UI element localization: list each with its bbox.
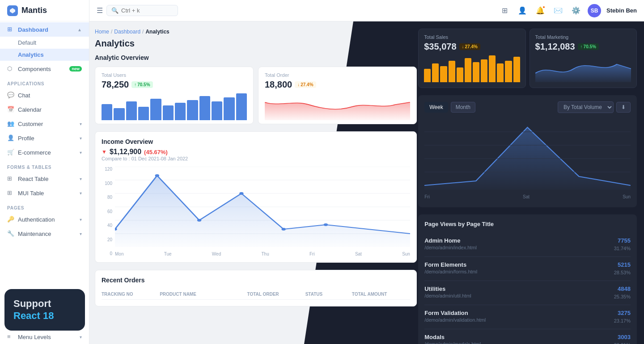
stat-badge-users: ↑ 70.5% — [131, 81, 153, 88]
table-header-row: TRACKING NO PRODUCT NAME TOTAL ORDER STA… — [102, 289, 410, 300]
nav-group-dashboard: ⊞ Dashboard ▲ Default Analytics — [0, 21, 89, 62]
chevron-down-icon: ▾ — [80, 122, 82, 126]
sidebar-item-react-table[interactable]: ⊞ React Table ▾ — [0, 172, 89, 186]
recent-orders-title: Recent Orders — [102, 277, 410, 284]
stat-label-order: Total Order — [265, 72, 410, 78]
sidebar-item-default[interactable]: Default — [0, 37, 89, 49]
sidebar-item-authentication[interactable]: 🔑 Authentication ▾ — [0, 212, 89, 227]
dark-stat-card-sales: Total Sales $35,078 ↓ 27.4% — [418, 29, 525, 88]
sidebar-item-chat[interactable]: 💬 Chat — [0, 88, 89, 102]
volume-controls: By Total Volume ⬇ — [558, 101, 631, 113]
search-icon: 🔍 — [111, 7, 119, 14]
chart-body: MonTueWedThuFriSatSun — [115, 167, 410, 256]
page-view-item-0: Admin Home 7755 /demo/admin/index.html 3… — [424, 233, 631, 257]
dark-x-labels: FriSatSun — [424, 193, 631, 201]
week-button[interactable]: Week — [424, 102, 448, 113]
page-view-item-3: Form Validation 3275 /demo/admin/validat… — [424, 305, 631, 329]
stat-card-total-order: Total Order 18,800 ↓ 27.4% — [258, 67, 417, 124]
support-title-line2: React 18 — [13, 310, 76, 322]
user-switch-icon[interactable]: 👤 — [516, 4, 529, 17]
section-label-applications: Applications — [0, 76, 89, 88]
income-title: Income Overview — [102, 138, 153, 145]
messages-icon[interactable]: ✉️ — [552, 4, 564, 17]
dark-stat-badge-sales: ↓ 27.4% — [459, 43, 480, 50]
chevron-down-icon4: ▾ — [80, 176, 82, 181]
menu-levels-icon: ≡ — [7, 333, 14, 340]
stat-label-users: Total Users — [102, 72, 247, 78]
sidebar-item-maintenance[interactable]: 🔧 Maintenance ▾ — [0, 227, 89, 241]
page-view-item-4: Modals 3003 /demo/admin/modals.html 22.2… — [424, 329, 631, 344]
settings-icon[interactable]: ⚙️ — [570, 4, 582, 17]
line-chart-svg — [115, 167, 410, 247]
breadcrumb-parent[interactable]: Dashboard — [114, 29, 140, 35]
stat-cards-row: Total Users 78,250 ↑ 70.5% — [95, 67, 417, 124]
sidebar-item-menu-levels[interactable]: ≡ Menu Levels ▾ — [0, 330, 89, 344]
sidebar-item-ecommerce[interactable]: 🛒 E-commerce ▾ — [0, 145, 89, 159]
page-view-item-1: Form Elements 5215 /demo/admin/forms.htm… — [424, 257, 631, 281]
svg-point-9 — [197, 219, 201, 222]
dark-stat-card-marketing: Total Marketing $1,12,083 ↑ 70.5% — [530, 29, 637, 88]
x-axis-labels: MonTueWedThuFriSatSun — [115, 250, 410, 258]
search-input[interactable] — [121, 7, 166, 14]
income-section: Income Overview ▼ $1,12,900 (45.67%) Com… — [95, 131, 417, 263]
sidebar-item-dashboard[interactable]: ⊞ Dashboard ▲ — [0, 22, 89, 37]
income-chart: 120 100 80 60 40 20 0 — [102, 167, 410, 256]
page-views-title: Page Views by Page Title — [424, 221, 631, 227]
breadcrumb-current: Analytics — [145, 29, 169, 35]
chat-icon: 💬 — [7, 92, 14, 99]
app-name: Mantis — [21, 6, 47, 15]
dark-stat-badge-marketing: ↑ 70.5% — [578, 43, 599, 50]
download-button[interactable]: ⬇ — [616, 102, 631, 113]
top-nav: ☰ 🔍 ⊞ 👤 🔔 ✉️ ⚙️ SB Stebin Ben — [89, 0, 644, 21]
support-title-line1: Support — [13, 298, 76, 310]
logo-icon — [7, 5, 18, 16]
mini-chart-marketing — [535, 55, 631, 82]
support-popup[interactable]: Support React 18 — [4, 289, 85, 331]
mini-chart-order — [265, 93, 410, 120]
sidebar-logo: Mantis — [0, 0, 89, 21]
sidebar-item-profile[interactable]: 👤 Profile ▾ — [0, 131, 89, 145]
stat-value-users: 78,250 ↑ 70.5% — [102, 80, 247, 90]
chevron-down-icon5: ▾ — [80, 191, 82, 196]
breadcrumb-home[interactable]: Home — [95, 29, 109, 35]
apps-icon[interactable]: ⊞ — [498, 4, 511, 17]
authentication-icon: 🔑 — [7, 216, 14, 223]
sidebar-item-mui-table[interactable]: ⊞ MUI Table ▾ — [0, 186, 89, 200]
menu-toggle-icon[interactable]: ☰ — [97, 6, 103, 15]
right-content: Total Sales $35,078 ↓ 27.4% — [411, 21, 644, 344]
sidebar-item-analytics[interactable]: Analytics — [0, 49, 89, 61]
svg-point-11 — [281, 228, 285, 231]
dark-stat-value-sales: $35,078 ↓ 27.4% — [424, 42, 520, 52]
sidebar-item-components[interactable]: ⬡ Components new — [0, 62, 89, 76]
chevron-down-icon7: ▾ — [80, 231, 82, 236]
components-icon: ⬡ — [7, 65, 14, 72]
volume-select[interactable]: By Total Volume — [558, 101, 614, 113]
content-area: Home / Dashboard / Analytics Analytics A… — [89, 21, 644, 344]
dark-line-chart — [424, 118, 631, 190]
recent-orders-section: Recent Orders TRACKING NO PRODUCT NAME T… — [95, 270, 417, 306]
dark-stat-value-marketing: $1,12,083 ↑ 70.5% — [535, 42, 631, 52]
sidebar-item-customer[interactable]: 👥 Customer ▾ — [0, 117, 89, 131]
page-views-section: Page Views by Page Title Admin Home 7755… — [418, 214, 637, 344]
dark-stat-label-marketing: Total Marketing — [535, 34, 631, 40]
react-table-icon: ⊞ — [7, 175, 14, 182]
section-label-pages: Pages — [0, 200, 89, 212]
stat-value-order: 18,800 ↓ 27.4% — [265, 80, 410, 90]
stat-card-total-users: Total Users 78,250 ↑ 70.5% — [95, 67, 254, 124]
mui-table-icon: ⊞ — [7, 189, 14, 197]
dark-stat-cards: Total Sales $35,078 ↓ 27.4% — [418, 29, 637, 88]
breadcrumb: Home / Dashboard / Analytics — [95, 29, 417, 35]
ecommerce-icon: 🛒 — [7, 149, 14, 156]
notifications-icon[interactable]: 🔔 — [534, 4, 547, 17]
search-bar[interactable]: 🔍 — [106, 5, 178, 16]
sidebar-item-calendar[interactable]: 📅 Calendar — [0, 102, 89, 117]
left-content: Home / Dashboard / Analytics Analytics A… — [89, 21, 422, 344]
month-button[interactable]: Month — [451, 102, 475, 113]
customer-icon: 👥 — [7, 120, 14, 127]
topnav-right: ⊞ 👤 🔔 ✉️ ⚙️ SB Stebin Ben — [498, 4, 637, 17]
mini-chart-users — [102, 93, 247, 120]
main-area: ☰ 🔍 ⊞ 👤 🔔 ✉️ ⚙️ SB Stebin Ben — [89, 0, 644, 344]
chevron-down-icon8: ▾ — [80, 335, 82, 340]
svg-point-10 — [239, 192, 243, 195]
maintenance-icon: 🔧 — [7, 230, 14, 237]
